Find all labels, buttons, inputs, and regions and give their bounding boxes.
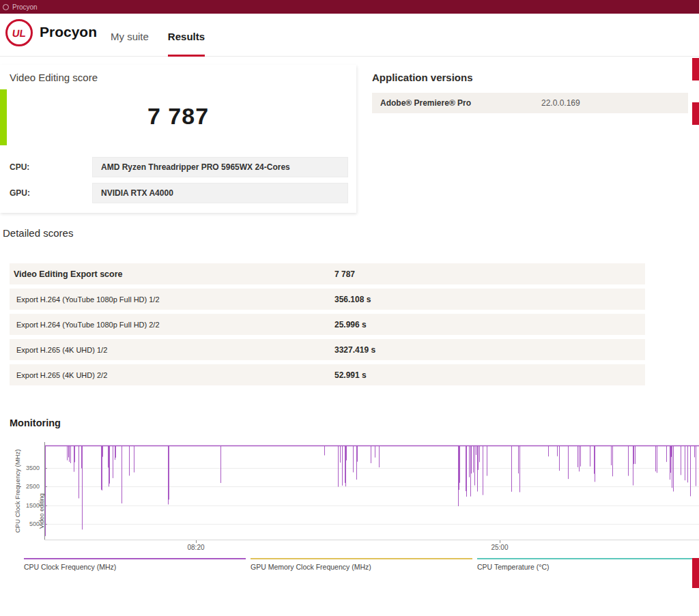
ul-logo-text: UL [12, 27, 27, 39]
y-tick-label: 1500 [26, 502, 40, 509]
x-tick-label: 25:00 [483, 544, 517, 551]
detail-label: Export H.264 (YouTube 1080p Full HD) 1/2 [16, 295, 160, 304]
detail-value: 7 787 [334, 269, 355, 279]
detail-value: 25.996 s [334, 320, 367, 329]
decorative-red-square [692, 102, 699, 125]
detail-value: 3327.419 s [334, 345, 375, 355]
spec-value: AMD Ryzen Threadripper PRO 5965WX 24-Cor… [92, 157, 348, 177]
brand-title: Procyon [40, 24, 97, 40]
y-axis-label: CPU Clock Frequency (MHz) [14, 442, 23, 540]
detail-row: Export H.264 (YouTube 1080p Full HD) 1/2… [10, 289, 645, 310]
detail-value: 52.991 s [334, 370, 367, 380]
nav-results[interactable]: Results [168, 14, 205, 57]
detail-row: Export H.264 (YouTube 1080p Full HD) 2/2… [10, 314, 645, 335]
legend-item: GPU Memory Clock Frequency (MHz) [251, 558, 472, 571]
version-number: 22.0.0.169 [541, 98, 688, 108]
detail-label: Video Editing Export score [14, 269, 123, 279]
version-row: Adobe® Premiere® Pro22.0.0.169 [372, 93, 688, 113]
system-specs: CPU:AMD Ryzen Threadripper PRO 5965WX 24… [0, 157, 356, 209]
version-name: Adobe® Premiere® Pro [380, 98, 541, 108]
detail-row: Export H.265 (4K UHD) 1/23327.419 s [10, 339, 645, 360]
spec-label: GPU: [10, 188, 30, 198]
overall-score: 7 787 [45, 103, 311, 130]
score-accent-bar [0, 89, 7, 145]
application-versions-title: Application versions [372, 72, 473, 83]
decorative-red-square [692, 58, 699, 80]
monitoring-chart-svg [44, 442, 699, 544]
detail-row: Export H.265 (4K UHD) 2/252.991 s [10, 364, 645, 385]
spec-value: NVIDIA RTX A4000 [92, 183, 348, 203]
ul-logo[interactable]: UL [5, 19, 33, 46]
titlebar-app-icon [3, 4, 9, 10]
spec-row: GPU:NVIDIA RTX A4000 [0, 183, 356, 203]
score-card-title: Video Editing score [10, 72, 98, 83]
titlebar-app-name: Procyon [12, 3, 38, 11]
legend-item: CPU Temperature (°C) [477, 558, 699, 571]
detail-label: Export H.264 (YouTube 1080p Full HD) 2/2 [16, 321, 160, 329]
detail-label: Export H.265 (4K UHD) 1/2 [16, 346, 107, 354]
legend-item: CPU Clock Frequency (MHz) [24, 558, 246, 571]
chart-legend: CPU Clock Frequency (MHz)GPU Memory Cloc… [24, 558, 699, 571]
decorative-red-square [692, 558, 699, 588]
detail-label: Export H.265 (4K UHD) 2/2 [16, 371, 107, 379]
app-version-rows: Adobe® Premiere® Pro22.0.0.169 [372, 93, 688, 116]
monitoring-chart: Video editing 08:2025:00 [44, 442, 699, 544]
spec-row: CPU:AMD Ryzen Threadripper PRO 5965WX 24… [0, 157, 356, 177]
detailed-rows: Video Editing Export score7 787Export H.… [10, 263, 645, 390]
window-titlebar[interactable]: Procyon [0, 0, 699, 14]
y-tick-label: 3500 [26, 465, 40, 471]
y-tick-label: 2500 [26, 483, 40, 490]
main-nav: My suiteResults [111, 14, 205, 57]
detail-value: 356.108 s [334, 295, 371, 304]
app-header: UL Procyon My suiteResults [0, 14, 699, 57]
nav-my-suite[interactable]: My suite [111, 14, 149, 57]
detail-row: Video Editing Export score7 787 [10, 263, 645, 284]
phase-label: Video editing [38, 482, 48, 540]
video-editing-score-card: Video Editing score 7 787 CPU:AMD Ryzen … [0, 65, 356, 213]
x-tick-label: 08:20 [179, 544, 213, 551]
detailed-scores-title: Detailed scores [3, 227, 73, 239]
spec-label: CPU: [10, 162, 29, 172]
monitoring-title: Monitoring [10, 417, 61, 428]
